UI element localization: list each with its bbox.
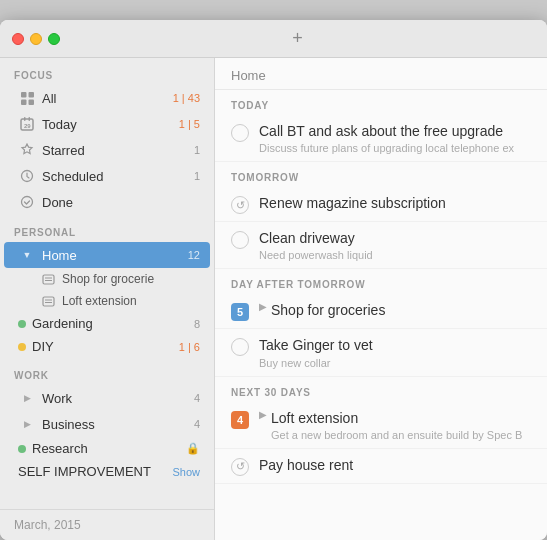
lock-icon: 🔒 (186, 442, 200, 455)
today-count: 1 | 5 (179, 118, 200, 130)
task-title-clean: Clean driveway (259, 229, 531, 247)
task-content-renew: Renew magazine subscription (259, 194, 531, 212)
triangle-down-icon: ▼ (18, 246, 36, 264)
task-checkbox-repeat[interactable]: ↺ (231, 196, 249, 214)
sidebar-item-done[interactable]: Done (4, 189, 210, 215)
task-checkbox-rent[interactable]: ↺ (231, 458, 249, 476)
sidebar-item-all[interactable]: All 1 | 43 (4, 85, 210, 111)
svg-rect-3 (28, 99, 34, 105)
svg-rect-6 (29, 117, 31, 121)
task-subtitle-ginger: Buy new collar (259, 357, 531, 369)
task-title-loft: Loft extension (271, 409, 531, 427)
svg-rect-10 (43, 275, 54, 284)
gardening-label: Gardening (32, 316, 190, 331)
today-label: Today (42, 117, 175, 132)
svg-rect-1 (28, 92, 34, 98)
task-content-rent: Pay house rent (259, 456, 531, 474)
task-subtitle: Discuss future plans of upgrading local … (259, 142, 531, 154)
minimize-button[interactable] (30, 33, 42, 45)
dat-section-header: DAY AFTER TOMORROW (215, 269, 547, 294)
scheduled-count: 1 (194, 170, 200, 182)
task-checkbox-ginger[interactable] (231, 338, 249, 356)
title-bar: + (0, 20, 547, 58)
svg-point-9 (22, 197, 33, 208)
all-count: 1 | 43 (173, 92, 200, 104)
maximize-button[interactable] (48, 33, 60, 45)
task-shop-groceries[interactable]: 5 ▶ Shop for groceries (215, 294, 547, 329)
svg-text:29: 29 (24, 123, 31, 129)
shop-label: Shop for grocerie (62, 272, 200, 286)
main-panel: Home TODAY Call BT and ask about the fre… (215, 58, 547, 540)
close-button[interactable] (12, 33, 24, 45)
scheduled-label: Scheduled (42, 169, 190, 184)
task-badge-loft: 4 (231, 411, 249, 429)
business-label: Business (42, 417, 190, 432)
focus-section-label: FOCUS (0, 58, 214, 85)
starred-label: Starred (42, 143, 190, 158)
today-section-header: TODAY (215, 90, 547, 115)
sidebar-item-self-improvement[interactable]: SELF IMPROVEMENT Show (4, 460, 210, 483)
panel-header: Home (215, 58, 547, 90)
task-content-loft: Loft extension Get a new bedroom and an … (271, 409, 531, 441)
list-icon-2 (40, 293, 56, 309)
personal-section-label: PERSONAL (0, 215, 214, 242)
sidebar-item-today[interactable]: 29 Today 1 | 5 (4, 111, 210, 137)
gardening-count: 8 (194, 318, 200, 330)
task-subtitle-loft: Get a new bedroom and an ensuite build b… (271, 429, 531, 441)
task-checkbox-clean[interactable] (231, 231, 249, 249)
chevron-right-icon: ▶ (259, 301, 267, 312)
task-content: Call BT and ask about the free upgrade D… (259, 122, 531, 154)
task-renew-magazine[interactable]: ↺ Renew magazine subscription (215, 187, 547, 222)
work-section-label: WORK (0, 358, 214, 385)
svg-rect-5 (24, 117, 26, 121)
task-checkbox[interactable] (231, 124, 249, 142)
home-label: Home (42, 248, 184, 263)
task-title-ginger: Take Ginger to vet (259, 336, 531, 354)
sidebar-item-gardening[interactable]: Gardening 8 (4, 312, 210, 335)
diy-count: 1 | 6 (179, 341, 200, 353)
task-pay-house-rent[interactable]: ↺ Pay house rent (215, 449, 547, 484)
research-label: Research (32, 441, 186, 456)
task-title-rent: Pay house rent (259, 456, 531, 474)
calendar-icon: 29 (18, 115, 36, 133)
work-label: Work (42, 391, 190, 406)
check-circle-icon (18, 193, 36, 211)
tomorrow-section-header: TOMORROW (215, 162, 547, 187)
sidebar-item-research[interactable]: Research 🔒 (4, 437, 210, 460)
sidebar-item-scheduled[interactable]: Scheduled 1 (4, 163, 210, 189)
show-link[interactable]: Show (172, 466, 200, 478)
task-take-ginger[interactable]: Take Ginger to vet Buy new collar (215, 329, 547, 376)
task-clean-driveway[interactable]: Clean driveway Need powerwash liquid (215, 222, 547, 269)
sidebar-bottom: March, 2015 (0, 509, 214, 540)
work-count: 4 (194, 392, 200, 404)
task-title-shop: Shop for groceries (271, 301, 531, 319)
sidebar-item-home[interactable]: ▼ Home 12 (4, 242, 210, 268)
home-count: 12 (188, 249, 200, 261)
sidebar: FOCUS All 1 | 43 (0, 58, 215, 540)
task-title: Call BT and ask about the free upgrade (259, 122, 531, 140)
starred-count: 1 (194, 144, 200, 156)
gardening-color (18, 320, 26, 328)
task-content-clean: Clean driveway Need powerwash liquid (259, 229, 531, 261)
grid-icon (18, 89, 36, 107)
sidebar-item-business[interactable]: ▶ Business 4 (4, 411, 210, 437)
sidebar-item-work[interactable]: ▶ Work 4 (4, 385, 210, 411)
triangle-right-icon-2: ▶ (18, 415, 36, 433)
task-loft-extension[interactable]: 4 ▶ Loft extension Get a new bedroom and… (215, 402, 547, 449)
sidebar-subitem-shop[interactable]: Shop for grocerie (4, 268, 210, 290)
svg-rect-2 (21, 99, 27, 105)
task-content-ginger: Take Ginger to vet Buy new collar (259, 336, 531, 368)
task-call-bt[interactable]: Call BT and ask about the free upgrade D… (215, 115, 547, 162)
research-color (18, 445, 26, 453)
all-label: All (42, 91, 169, 106)
sidebar-item-starred[interactable]: Starred 1 (4, 137, 210, 163)
add-button[interactable]: + (292, 28, 303, 49)
clock-icon (18, 167, 36, 185)
sidebar-subitem-loft[interactable]: Loft extension (4, 290, 210, 312)
main-content: FOCUS All 1 | 43 (0, 58, 547, 540)
chevron-right-icon-2: ▶ (259, 409, 267, 420)
task-title-renew: Renew magazine subscription (259, 194, 531, 212)
done-label: Done (42, 195, 200, 210)
sidebar-item-diy[interactable]: DIY 1 | 6 (4, 335, 210, 358)
next30-section-header: NEXT 30 DAYS (215, 377, 547, 402)
